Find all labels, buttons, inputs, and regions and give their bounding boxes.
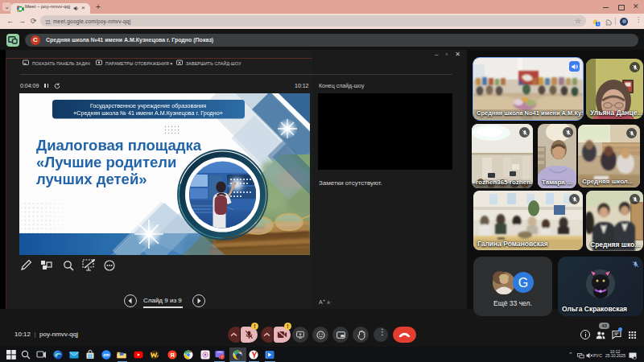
- svg-text:zm: zm: [103, 352, 109, 357]
- svg-text:«Лучшие родители: «Лучшие родители: [36, 154, 176, 171]
- svg-text:лучших детей»: лучших детей»: [36, 171, 147, 187]
- svg-text:«Средняя школа № 41 имени А.М.: «Средняя школа № 41 имени А.М.Кузнецова …: [73, 109, 222, 117]
- svg-text:Я: Я: [171, 352, 175, 359]
- svg-text:Государственное учреждение обр: Государственное учреждение образования: [90, 102, 206, 109]
- svg-text:G: G: [518, 276, 528, 290]
- svg-text:Диалоговая площадка: Диалоговая площадка: [36, 137, 202, 154]
